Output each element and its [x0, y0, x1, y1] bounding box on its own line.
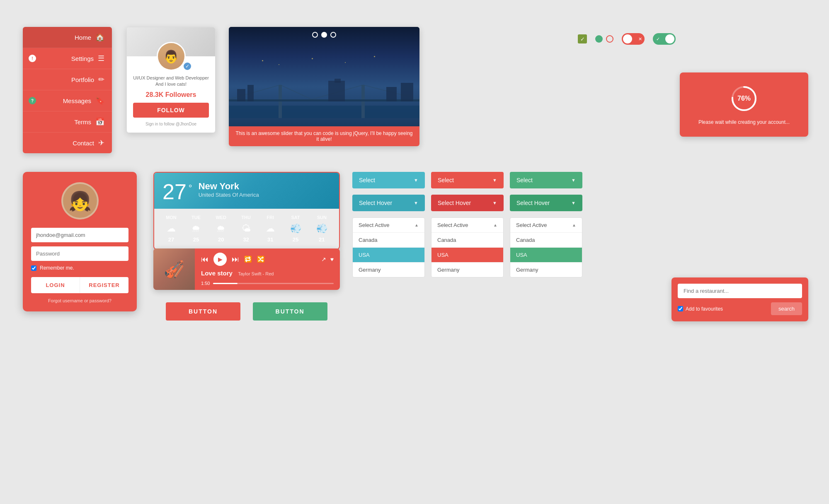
dropdown-item-usa-blue[interactable]: USA — [353, 248, 424, 263]
weather-country: United States Of America — [199, 192, 259, 198]
share-icon[interactable]: ↗ — [321, 256, 326, 263]
progress-ring: 76% — [730, 84, 759, 113]
toggle-on-knob — [665, 34, 674, 43]
sidebar: Home 🏠 ! Settings ☰ Portfolio ✏ ? Messag… — [23, 27, 112, 153]
weather-header: 27 ° New York United States Of America — [154, 173, 339, 209]
email-field[interactable] — [31, 228, 128, 242]
sidebar-item-messages[interactable]: ? Messages 🔖 — [23, 90, 112, 111]
sidebar-item-portfolio[interactable]: Portfolio ✏ — [23, 69, 112, 90]
weather-icon-wed: 🌧 — [216, 223, 226, 234]
red-button[interactable]: BUTTON — [166, 302, 240, 321]
bridge-svg — [229, 77, 419, 118]
like-icon[interactable]: ♥ — [330, 256, 334, 263]
svg-rect-9 — [247, 85, 254, 101]
select-hover-green[interactable]: Select Hover ▼ — [510, 195, 582, 211]
sidebar-item-settings[interactable]: ! Settings ☰ — [23, 48, 112, 69]
weather-temperature: 27 — [162, 181, 187, 203]
messages-badge: ? — [29, 97, 36, 104]
green-button[interactable]: BUTTON — [253, 302, 327, 321]
slider-dot-1[interactable] — [312, 32, 318, 38]
weather-icon-mon: ☁ — [166, 223, 177, 234]
svg-line-3 — [229, 85, 280, 99]
select-blue[interactable]: Select ▼ — [352, 172, 425, 188]
repeat-icon[interactable]: 🔁 — [244, 256, 252, 263]
sidebar-item-contact[interactable]: Contact ✈ — [23, 133, 112, 153]
chevron-down-icon: ▼ — [492, 178, 497, 183]
music-player: 🎻 ⏮ ▶ ⏭ 🔁 🔀 ↗ ♥ Love story Taylor Swift … — [153, 248, 340, 290]
dropdown-item-germany-red[interactable]: Germany — [431, 263, 503, 277]
search-button[interactable]: search — [771, 302, 802, 315]
checkbox-checked-icon[interactable]: ✓ — [578, 34, 587, 43]
weather-icon-fri: ☁ — [266, 223, 275, 234]
weather-day-sun: SUN 💨 21 — [316, 215, 327, 243]
dropdown-item-usa-green[interactable]: USA — [510, 248, 582, 263]
controls-area: ✓ — [578, 33, 676, 45]
select-red[interactable]: Select ▼ — [431, 172, 504, 188]
slider-caption: This is an awesome slider that you can c… — [229, 126, 419, 146]
login-buttons: LOGIN REGISTER — [31, 277, 128, 293]
shuffle-icon[interactable]: 🔀 — [257, 256, 265, 263]
favourites-checkbox[interactable] — [678, 306, 683, 311]
weather-forecast: MON ☁ 27 TUE 🌧 25 WED 🌧 20 THU 🌤 32 FRI … — [154, 209, 339, 249]
chevron-up-icon: ▲ — [493, 223, 497, 227]
select-green[interactable]: Select ▼ — [510, 172, 582, 188]
portfolio-icon: ✏ — [98, 75, 104, 84]
forgot-password[interactable]: Forgot username or password? — [31, 298, 128, 303]
toggle-off[interactable] — [622, 33, 645, 45]
svg-rect-0 — [229, 106, 419, 118]
music-body: ⏮ ▶ ⏭ 🔁 🔀 ↗ ♥ Love story Taylor Swift - … — [195, 248, 340, 290]
login-avatar-area: 👧 — [23, 172, 137, 228]
dropdown-active-header-blue[interactable]: Select Active ▲ — [353, 218, 424, 233]
dropdown-active-header-green[interactable]: Select Active ▲ — [510, 218, 582, 233]
remember-label: Remember me. — [40, 265, 74, 271]
select-hover-red[interactable]: Select Hover ▼ — [431, 195, 504, 211]
dropdown-item-canada-red[interactable]: Canada — [431, 233, 503, 248]
play-button[interactable]: ▶ — [213, 253, 227, 266]
sidebar-item-home[interactable]: Home 🏠 — [23, 27, 112, 48]
music-cover: 🎻 — [153, 248, 195, 290]
dropdown-active-header-red[interactable]: Select Active ▲ — [431, 218, 503, 233]
chevron-up-icon: ▲ — [414, 223, 419, 227]
settings-badge: ! — [29, 55, 36, 62]
dropdown-item-usa-red[interactable]: USA — [431, 248, 503, 263]
profile-followers: 28.3K Followers — [133, 91, 209, 99]
progress-label: Please wait while creating your account.… — [698, 119, 790, 125]
slider-image — [229, 27, 419, 126]
radio-red[interactable] — [606, 35, 613, 43]
buttons-area: BUTTON BUTTON — [166, 302, 327, 321]
login-form: Remember me. LOGIN REGISTER Forgot usern… — [23, 228, 137, 303]
toggle-on[interactable] — [653, 33, 676, 45]
profile-bg: 👨 ✓ — [127, 27, 215, 56]
svg-rect-11 — [401, 83, 413, 101]
profile-signin: Sign in to follow @JhonDoe — [133, 122, 209, 126]
search-input[interactable] — [678, 284, 802, 298]
dropdown-item-canada-green[interactable]: Canada — [510, 233, 582, 248]
radio-group — [595, 35, 613, 43]
search-box: Add to favourites search — [671, 277, 808, 321]
select-hover-blue[interactable]: Select Hover ▼ — [352, 195, 425, 211]
remember-checkbox[interactable] — [31, 265, 36, 271]
dropdown-item-canada-blue[interactable]: Canada — [353, 233, 424, 248]
weather-day-sat: SAT 💨 25 — [290, 215, 301, 243]
register-button[interactable]: REGISTER — [80, 277, 128, 293]
login-button[interactable]: LOGIN — [31, 277, 80, 293]
slider-dot-2[interactable] — [321, 32, 327, 38]
dropdown-item-germany-blue[interactable]: Germany — [353, 263, 424, 277]
fast-forward-icon[interactable]: ⏭ — [232, 255, 239, 264]
profile-card: 👨 ✓ UI/UX Designer and Web Developper An… — [126, 27, 216, 133]
password-field[interactable] — [31, 246, 128, 261]
terms-icon: 📅 — [95, 117, 104, 126]
sidebar-item-terms[interactable]: Terms 📅 — [23, 111, 112, 133]
follow-button[interactable]: FOLLOW — [133, 103, 209, 118]
music-progress-bar[interactable] — [213, 283, 334, 284]
radio-green[interactable] — [595, 35, 603, 43]
dropdown-item-germany-green[interactable]: Germany — [510, 263, 582, 277]
music-progress-fill — [213, 283, 237, 284]
slider-dot-3[interactable] — [330, 32, 336, 38]
select-active-blue: Select Active ▲ Canada USA Germany — [352, 217, 425, 277]
weather-icon-thu: 🌤 — [241, 223, 251, 234]
weather-day-fri: FRI ☁ 31 — [266, 215, 275, 243]
svg-line-4 — [280, 85, 312, 99]
rewind-icon[interactable]: ⏮ — [201, 255, 208, 264]
chevron-down-icon: ▼ — [414, 178, 418, 183]
